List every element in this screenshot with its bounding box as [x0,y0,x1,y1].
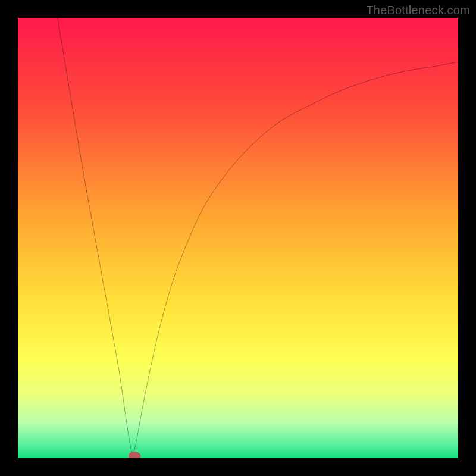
chart-frame: TheBottleneck.com [0,0,476,476]
chart-background [18,18,458,458]
bottleneck-chart [18,18,458,458]
watermark-text: TheBottleneck.com [366,4,470,17]
